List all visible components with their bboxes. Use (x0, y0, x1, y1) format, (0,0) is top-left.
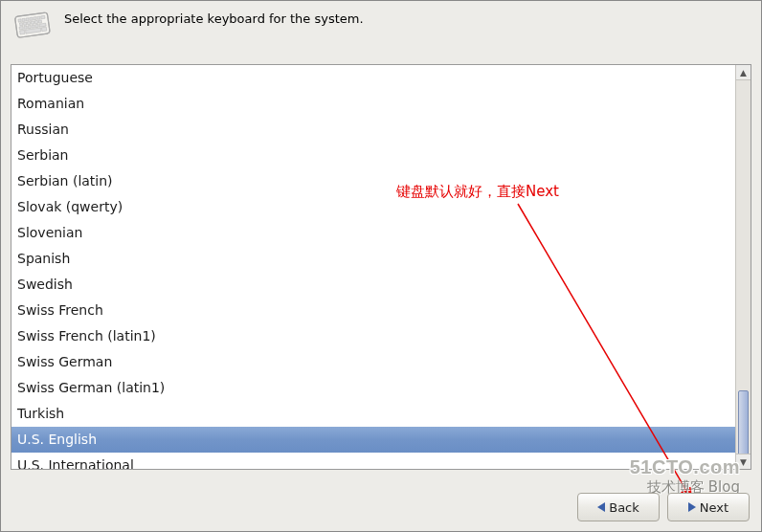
svg-rect-14 (38, 20, 41, 23)
svg-rect-2 (18, 19, 21, 22)
list-item[interactable]: Swiss French (latin1) (11, 323, 735, 349)
arrow-right-icon (688, 502, 696, 512)
list-item[interactable]: Serbian (11, 143, 735, 168)
svg-rect-9 (19, 23, 22, 26)
svg-rect-16 (24, 26, 27, 29)
scrollbar[interactable]: ▲ ▼ (735, 65, 751, 469)
arrow-left-icon (597, 502, 605, 512)
svg-rect-6 (34, 17, 36, 20)
svg-rect-12 (31, 21, 34, 24)
svg-rect-8 (41, 15, 45, 19)
svg-rect-15 (19, 27, 23, 31)
svg-rect-10 (23, 22, 26, 25)
scroll-down-arrow[interactable]: ▼ (736, 454, 751, 469)
list-item[interactable]: Slovenian (11, 220, 735, 246)
svg-rect-21 (20, 30, 26, 34)
scroll-up-arrow[interactable]: ▲ (736, 65, 751, 80)
list-item[interactable]: Swiss German (11, 349, 735, 375)
list-item[interactable]: U.S. International (11, 453, 735, 469)
list-item[interactable]: Russian (11, 117, 735, 143)
list-item[interactable]: Spanish (11, 246, 735, 272)
svg-rect-5 (30, 17, 33, 20)
back-button-label: Back (609, 500, 639, 515)
next-button[interactable]: Next (667, 493, 750, 521)
svg-rect-17 (28, 25, 31, 28)
keyboard-list[interactable]: PortugueseRomanianRussianSerbianSerbian … (11, 64, 751, 470)
svg-rect-7 (37, 16, 40, 19)
list-item[interactable]: Swiss German (latin1) (11, 375, 735, 401)
svg-rect-18 (32, 25, 34, 28)
svg-rect-3 (22, 18, 25, 21)
svg-rect-19 (35, 24, 38, 27)
list-item[interactable]: Serbian (latin) (11, 168, 735, 194)
next-button-label: Next (700, 500, 728, 515)
list-item[interactable]: U.S. English (11, 427, 735, 453)
button-bar: Back Next (577, 493, 750, 521)
list-item[interactable]: Swiss French (11, 298, 735, 323)
instruction-text: Select the appropriate keyboard for the … (64, 9, 364, 28)
svg-rect-4 (26, 18, 29, 21)
list-item[interactable]: Swedish (11, 272, 735, 298)
list-item[interactable]: Romanian (11, 91, 735, 117)
svg-rect-23 (41, 27, 47, 32)
list-item[interactable]: Turkish (11, 401, 735, 427)
back-button[interactable]: Back (577, 493, 660, 521)
keyboard-icon (14, 9, 53, 43)
svg-rect-13 (34, 20, 37, 23)
scroll-thumb[interactable] (738, 390, 749, 457)
list-item[interactable]: Portuguese (11, 65, 735, 91)
header: Select the appropriate keyboard for the … (1, 1, 761, 58)
svg-rect-11 (27, 21, 30, 24)
list-item[interactable]: Slovak (qwerty) (11, 194, 735, 220)
